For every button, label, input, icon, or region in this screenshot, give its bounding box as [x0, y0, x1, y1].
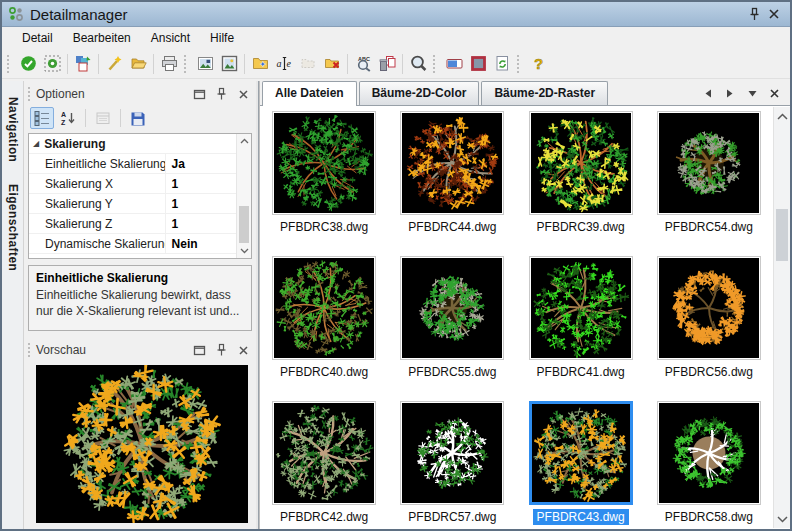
file-item[interactable]: PFBDRC57.dwg: [388, 399, 516, 531]
close-button[interactable]: [764, 5, 784, 23]
file-grid: PFBDRC38.dwg PFBDRC44.dwg PFBDRC39.dwg P…: [260, 107, 773, 529]
dock-tab-strip: Navigation Eigenschaften: [2, 81, 24, 529]
side-tab-eigenschaften[interactable]: Eigenschaften: [4, 180, 22, 275]
refresh-document-button[interactable]: [490, 52, 514, 76]
thumbnails-large-button[interactable]: [217, 52, 241, 76]
scroll-thumb[interactable]: [776, 209, 788, 261]
insert-blocks-button[interactable]: [71, 52, 95, 76]
property-row[interactable]: Skalierung Z 1: [29, 214, 236, 234]
toolbar-grip[interactable]: [184, 55, 190, 73]
thumbnails-small-button[interactable]: [193, 52, 217, 76]
file-grid-scrollbar[interactable]: [773, 107, 790, 528]
file-name: PFBDRC44.dwg: [404, 219, 500, 235]
title-bar[interactable]: Detailmanager: [2, 2, 790, 27]
property-value[interactable]: Nein: [166, 234, 236, 253]
menu-ansicht[interactable]: Ansicht: [141, 28, 200, 48]
options-panel-header[interactable]: Optionen: [28, 83, 252, 105]
panel-grip[interactable]: [28, 87, 32, 101]
categorized-view-button[interactable]: [30, 107, 54, 129]
tab-menu-button[interactable]: [746, 87, 758, 99]
next-tab-button[interactable]: [724, 87, 736, 99]
left-arrow-icon: [704, 89, 712, 98]
file-name: PFBDRC55.dwg: [404, 364, 500, 380]
property-value[interactable]: 1: [166, 214, 236, 233]
options-pin-button[interactable]: [212, 86, 230, 102]
save-button[interactable]: [126, 107, 150, 129]
file-item[interactable]: PFBDRC38.dwg: [260, 109, 388, 254]
property-category-row[interactable]: ◢ Skalierung: [29, 134, 236, 154]
search-abc-button[interactable]: ABC: [351, 52, 375, 76]
property-name: Skalierung X: [29, 174, 166, 193]
toolbar-grip[interactable]: [433, 55, 439, 73]
toolbar-grip[interactable]: [517, 55, 523, 73]
property-row[interactable]: Skalierung Y 1: [29, 194, 236, 214]
close-tab-button[interactable]: [768, 87, 780, 99]
file-item[interactable]: PFBDRC56.dwg: [645, 254, 773, 399]
print-button[interactable]: [157, 52, 181, 76]
menu-detail[interactable]: Detail: [12, 28, 63, 48]
file-item[interactable]: PFBDRC58.dwg: [645, 399, 773, 531]
scroll-thumb[interactable]: [239, 206, 249, 243]
property-value[interactable]: Ja: [166, 154, 236, 173]
property-value[interactable]: 1: [166, 174, 236, 193]
category-label: Skalierung: [44, 137, 105, 151]
file-item[interactable]: PFBDRC43.dwg: [517, 399, 645, 531]
panel-grip[interactable]: [28, 343, 32, 357]
file-thumbnail: [529, 111, 633, 215]
file-item[interactable]: PFBDRC41.dwg: [517, 254, 645, 399]
zoom-button[interactable]: [406, 52, 430, 76]
delete-folder-button[interactable]: [320, 52, 344, 76]
toolbar-grip[interactable]: [7, 55, 13, 73]
tree-drawing: [659, 113, 759, 213]
file-item[interactable]: PFBDRC39.dwg: [517, 109, 645, 254]
scroll-up-icon[interactable]: [774, 109, 790, 123]
file-item[interactable]: PFBDRC55.dwg: [388, 254, 516, 399]
selection-settings-button[interactable]: [40, 52, 64, 76]
description-text: Einheitliche Skalierung bewirkt, dass nu…: [36, 288, 244, 319]
file-item[interactable]: PFBDRC44.dwg: [388, 109, 516, 254]
options-close-button[interactable]: [234, 86, 252, 102]
file-item[interactable]: PFBDRC40.dwg: [260, 254, 388, 399]
scroll-down-icon[interactable]: [774, 512, 790, 526]
image-large-icon: [221, 55, 238, 72]
rename-button[interactable]: ae: [272, 52, 296, 76]
preview-pin-button[interactable]: [212, 342, 230, 358]
menu-hilfe[interactable]: Hilfe: [200, 28, 244, 48]
property-grid-scrollbar[interactable]: [236, 134, 251, 258]
scroll-down-icon[interactable]: [237, 245, 251, 257]
scroll-up-icon[interactable]: [237, 135, 251, 147]
tab-baeume-2d-raster[interactable]: Bäume-2D-Raster: [481, 81, 608, 105]
property-pages-icon: [95, 110, 111, 126]
panel-frame-button[interactable]: [466, 52, 490, 76]
options-panel-title: Optionen: [36, 87, 186, 101]
menu-bearbeiten[interactable]: Bearbeiten: [63, 28, 141, 48]
edit-wand-button[interactable]: [102, 52, 126, 76]
options-float-button[interactable]: [190, 86, 208, 102]
file-item[interactable]: PFBDRC54.dwg: [645, 109, 773, 254]
preview-panel-header[interactable]: Vorschau: [28, 339, 252, 361]
property-name: Skalierung Z: [29, 214, 166, 233]
pin-button[interactable]: [744, 5, 764, 23]
toolbar-separator: [120, 109, 121, 127]
prev-tab-button[interactable]: [702, 87, 714, 99]
new-category-folder-button[interactable]: [248, 52, 272, 76]
delete-files-button[interactable]: [375, 52, 399, 76]
file-item[interactable]: PFBDRC42.dwg: [260, 399, 388, 531]
tree-drawing: [531, 258, 631, 358]
tab-baeume-2d-color[interactable]: Bäume-2D-Color: [359, 81, 480, 105]
open-folder-button[interactable]: [126, 52, 150, 76]
property-row[interactable]: Dynamische Skalierung Nein: [29, 234, 236, 254]
sort-az-icon: AZ: [60, 110, 76, 126]
property-row[interactable]: Einheitliche Skalierung Ja: [29, 154, 236, 174]
property-value[interactable]: 1: [166, 194, 236, 213]
panel-layout-button[interactable]: [442, 52, 466, 76]
tab-alle-dateien[interactable]: Alle Dateien: [262, 81, 357, 106]
help-button[interactable]: ?: [526, 52, 550, 76]
sort-az-button[interactable]: AZ: [56, 107, 80, 129]
preview-float-button[interactable]: [190, 342, 208, 358]
close-icon: [237, 344, 250, 357]
side-tab-navigation[interactable]: Navigation: [4, 93, 22, 166]
preview-close-button[interactable]: [234, 342, 252, 358]
property-row[interactable]: Skalierung X 1: [29, 174, 236, 194]
apply-check-button[interactable]: [16, 52, 40, 76]
